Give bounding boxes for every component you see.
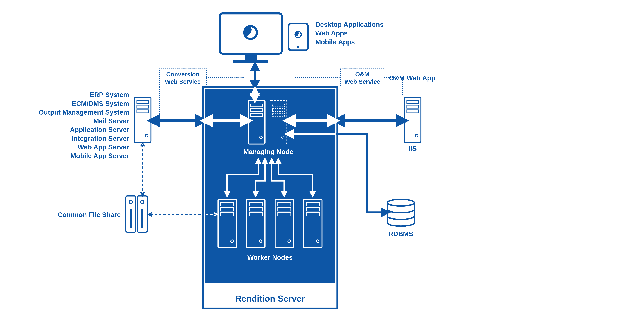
tablet-icon (288, 23, 308, 50)
oam-webapp-label: O&M Web App (389, 74, 435, 82)
svg-rect-40 (137, 101, 148, 104)
svg-point-62 (415, 134, 418, 137)
server-icon (404, 97, 421, 142)
svg-rect-58 (404, 97, 421, 142)
svg-rect-42 (137, 110, 148, 113)
svg-point-43 (145, 134, 148, 137)
svg-point-70 (388, 199, 414, 206)
client-app-label: Desktop Applications (315, 21, 384, 28)
conversion-service-label-line1: Conversion (166, 71, 200, 78)
worker-nodes-label: Worker Nodes (247, 254, 293, 261)
system-label: Output Management System (39, 108, 129, 116)
rdbms-group: RDBMS (388, 199, 414, 238)
monitor-icon (220, 13, 282, 63)
iis-server-group: IIS O&M Web App (389, 74, 435, 152)
oam-service-label-line1: O&M (355, 71, 369, 78)
svg-rect-61 (407, 110, 418, 113)
system-label: Application Server (70, 126, 129, 133)
svg-rect-41 (137, 105, 148, 108)
nas-icon (126, 196, 147, 232)
svg-rect-60 (407, 105, 418, 108)
conversion-service-label-line2: Web Service (165, 78, 201, 85)
system-label: ERP System (90, 91, 129, 98)
clients-group: Desktop Applications Web Apps Mobile App… (220, 13, 384, 63)
managing-node-label: Managing Node (243, 148, 293, 156)
svg-rect-39 (134, 97, 151, 142)
svg-rect-34 (233, 60, 268, 63)
server-icon (134, 97, 151, 142)
system-label: ECM/DMS System (72, 100, 129, 107)
iis-label: IIS (408, 145, 417, 152)
svg-point-37 (297, 46, 299, 48)
svg-rect-59 (407, 101, 418, 104)
rdbms-label: RDBMS (388, 230, 413, 238)
system-label: Web App Server (78, 143, 129, 151)
client-app-label: Mobile Apps (315, 38, 355, 46)
database-icon (388, 199, 414, 226)
file-share-label: Common File Share (58, 211, 121, 218)
enterprise-systems-group: ERP System ECM/DMS System Output Managem… (39, 91, 151, 159)
architecture-diagram: Rendition Server Managing Node (0, 0, 644, 318)
rendition-server-title: Rendition Server (235, 294, 305, 303)
system-label: Integration Server (72, 135, 129, 142)
system-label: Mobile App Server (70, 152, 129, 159)
system-label: Mail Server (93, 117, 129, 125)
client-app-label: Web Apps (315, 29, 348, 37)
common-file-share-group: Common File Share (58, 196, 147, 232)
svg-point-53 (140, 200, 144, 204)
svg-rect-33 (245, 54, 256, 60)
svg-point-52 (129, 200, 132, 204)
oam-service-label-line2: Web Service (344, 78, 380, 85)
